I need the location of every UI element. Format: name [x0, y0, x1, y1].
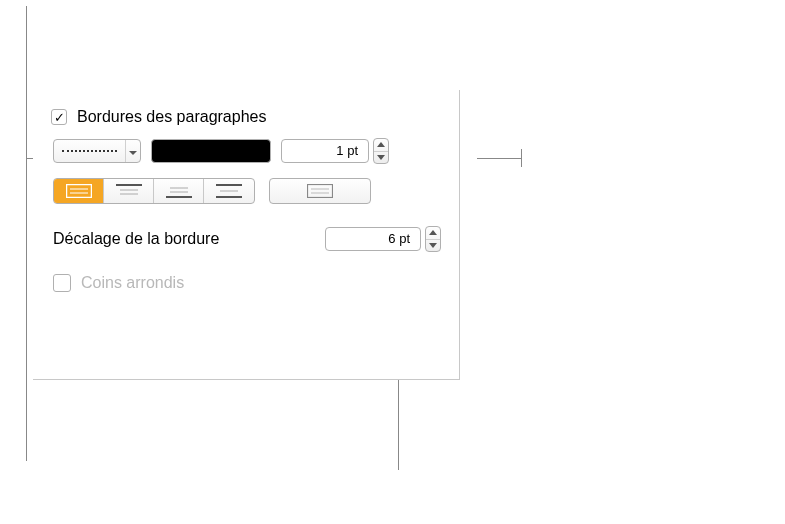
- border-offset-row: Décalage de la bordure 6 pt: [53, 226, 441, 252]
- border-between-group: [269, 178, 371, 204]
- border-offset-stepper[interactable]: [425, 226, 441, 252]
- stepper-up-icon[interactable]: [426, 227, 440, 240]
- border-weight-stepper[interactable]: [373, 138, 389, 164]
- stepper-up-icon[interactable]: [374, 139, 388, 152]
- svg-rect-0: [66, 185, 91, 198]
- border-style-controls: 1 pt: [53, 138, 441, 164]
- border-weight-control: 1 pt: [281, 138, 389, 164]
- border-position-row: [53, 178, 441, 204]
- callout-line-right-to-weight: [477, 158, 522, 159]
- borders-enabled-row: Bordures des paragraphes: [51, 108, 441, 126]
- border-offset-control: 6 pt: [325, 226, 441, 252]
- rounded-corners-row: Coins arrondis: [53, 274, 441, 292]
- callout-line-right-vert: [521, 149, 522, 167]
- border-top-button[interactable]: [104, 179, 154, 203]
- border-weight-field[interactable]: 1 pt: [281, 139, 369, 163]
- stepper-down-icon[interactable]: [374, 152, 388, 164]
- line-style-dropdown[interactable]: [53, 139, 141, 163]
- stepper-down-icon[interactable]: [426, 240, 440, 252]
- panel-title: Bordures des paragraphes: [77, 108, 266, 126]
- border-all-sides-button[interactable]: [54, 179, 104, 203]
- chevron-down-icon: [125, 140, 140, 162]
- rounded-corners-label: Coins arrondis: [81, 274, 184, 292]
- border-bottom-button[interactable]: [154, 179, 204, 203]
- border-position-group: [53, 178, 255, 204]
- paragraph-borders-panel: Bordures des paragraphes 1 pt: [33, 90, 460, 380]
- border-offset-field[interactable]: 6 pt: [325, 227, 421, 251]
- rounded-corners-checkbox[interactable]: [53, 274, 71, 292]
- border-top-bottom-button[interactable]: [204, 179, 254, 203]
- svg-rect-12: [308, 185, 333, 198]
- border-offset-label: Décalage de la bordure: [53, 230, 219, 248]
- line-style-preview: [54, 140, 125, 162]
- borders-enabled-checkbox[interactable]: [51, 109, 67, 125]
- border-between-paragraphs-button[interactable]: [270, 179, 370, 203]
- border-color-well[interactable]: [151, 139, 271, 163]
- callout-line-left: [26, 6, 27, 461]
